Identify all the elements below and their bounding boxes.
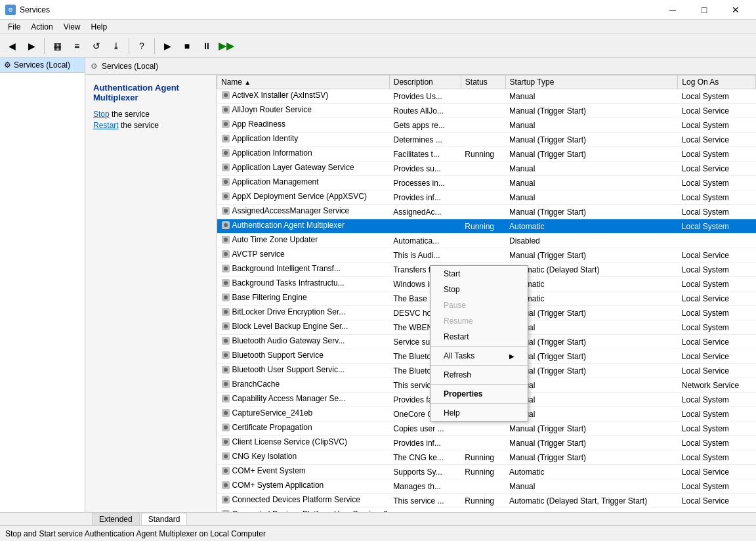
view-icon-button[interactable]: ▦ <box>48 37 66 55</box>
nav-label[interactable]: Services (Local) <box>14 60 70 70</box>
table-row[interactable]: Client License Service (ClipSVC)Provides… <box>217 436 756 450</box>
service-startup: Manual <box>505 190 678 205</box>
close-button[interactable]: ✕ <box>721 0 751 20</box>
table-row[interactable]: AVCTP serviceThis is Audi...Manual (Trig… <box>217 248 756 263</box>
maximize-button[interactable]: □ <box>689 0 719 20</box>
restart-link[interactable]: Restart <box>93 121 119 130</box>
table-row[interactable]: COM+ Event SystemSupports Sy...RunningAu… <box>217 465 756 479</box>
ctx-properties[interactable]: Properties <box>430 386 528 402</box>
window-title: Services <box>20 5 50 14</box>
table-row[interactable]: Connected Devices Platform User Service_… <box>217 508 756 513</box>
service-startup: Manual <box>505 479 678 494</box>
tab-standard[interactable]: Standard <box>141 513 188 525</box>
stop-link[interactable]: Stop <box>93 110 110 119</box>
service-logon: Local System <box>678 479 756 494</box>
col-status[interactable]: Status <box>461 76 505 89</box>
service-status <box>461 205 505 219</box>
minimize-button[interactable]: ─ <box>658 0 688 20</box>
svg-point-47 <box>224 425 228 429</box>
service-startup: Automatic <box>505 508 678 513</box>
col-logon[interactable]: Log On As <box>678 76 756 89</box>
svg-point-39 <box>224 368 228 372</box>
service-logon: Local System <box>678 263 756 277</box>
play-button[interactable]: ▶ <box>158 37 177 55</box>
service-status <box>461 176 505 190</box>
ctx-resume: Resume <box>430 313 528 329</box>
service-name: AssignedAccessManager Service <box>217 205 390 219</box>
table-row[interactable]: AllJoyn Router ServiceRoutes AllJo...Man… <box>217 104 756 118</box>
service-desc: Manages th... <box>389 479 461 494</box>
tab-extended[interactable]: Extended <box>92 513 140 525</box>
left-panel: ⚙ Services (Local) <box>0 58 85 512</box>
service-logon: Local Service <box>678 335 756 349</box>
ctx-stop[interactable]: Stop <box>430 282 528 297</box>
svg-rect-58 <box>222 510 230 512</box>
service-startup: Manual (Trigger Start) <box>505 306 678 320</box>
table-row[interactable]: Certificate PropagationCopies user ...Ma… <box>217 422 756 436</box>
table-row[interactable]: Application IdentityDetermines ...Manual… <box>217 133 756 147</box>
address-label: Services (Local) <box>102 62 158 71</box>
svg-point-25 <box>224 267 228 270</box>
table-row[interactable]: ActiveX Installer (AxInstSV)Provides Us.… <box>217 89 756 104</box>
content-area: Authentication Agent Multiplexer Stop th… <box>85 75 756 512</box>
service-startup: Automatic <box>505 219 678 234</box>
table-row[interactable]: App ReadinessGets apps re...ManualLocal … <box>217 118 756 133</box>
table-row[interactable]: Application Layer Gateway ServiceProvide… <box>217 162 756 176</box>
refresh-button[interactable]: ↺ <box>87 37 106 55</box>
table-row[interactable]: AppX Deployment Service (AppXSVC)Provide… <box>217 190 756 205</box>
help-button[interactable]: ? <box>133 37 151 55</box>
service-status <box>461 89 505 104</box>
table-row[interactable]: Auto Time Zone UpdaterAutomatica...Disab… <box>217 234 756 248</box>
service-name: Application Management <box>217 176 390 190</box>
service-name: CNG Key Isolation <box>217 450 390 465</box>
service-name: Connected Devices Platform Service <box>217 494 390 508</box>
table-row[interactable]: Application ManagementProcesses in...Man… <box>217 176 756 190</box>
back-button[interactable]: ◀ <box>3 37 21 55</box>
ctx-help[interactable]: Help <box>430 405 528 421</box>
forward-button[interactable]: ▶ <box>22 37 41 55</box>
svg-point-35 <box>224 339 228 343</box>
svg-point-7 <box>224 137 228 141</box>
service-status <box>461 190 505 205</box>
col-startup[interactable]: Startup Type <box>505 76 678 89</box>
menu-file[interactable]: File <box>3 21 26 33</box>
service-name: Connected Devices Platform User Service_… <box>217 508 390 513</box>
col-name[interactable]: Name ▲ <box>217 76 390 89</box>
service-name: ActiveX Installer (AxInstSV) <box>217 89 390 104</box>
titlebar: ⚙ Services ─ □ ✕ <box>0 0 756 20</box>
service-desc: Facilitates t... <box>389 147 461 162</box>
ctx-refresh[interactable]: Refresh <box>430 367 528 383</box>
menu-action[interactable]: Action <box>26 21 58 33</box>
svg-point-53 <box>224 469 228 473</box>
service-startup: Manual <box>505 118 678 133</box>
pause-button[interactable]: ⏸ <box>198 37 216 55</box>
service-desc: Routes AllJo... <box>389 104 461 118</box>
table-row[interactable]: Connected Devices Platform ServiceThis s… <box>217 494 756 508</box>
svg-point-55 <box>224 483 228 487</box>
service-logon: Local Service <box>678 104 756 118</box>
table-row[interactable]: Application InformationFacilitates t...R… <box>217 147 756 162</box>
context-menu: Start Stop Pause Resume Restart All Task… <box>430 265 528 422</box>
view-list-button[interactable]: ≡ <box>68 37 86 55</box>
col-desc[interactable]: Description <box>389 76 461 89</box>
service-logon: Local Service <box>678 248 756 263</box>
table-row[interactable]: CNG Key IsolationThe CNG ke...RunningMan… <box>217 450 756 465</box>
stop-button[interactable]: ■ <box>178 37 196 55</box>
service-desc: Determines ... <box>389 133 461 147</box>
nav-icon: ⚙ <box>4 60 11 70</box>
ctx-start[interactable]: Start <box>430 266 528 282</box>
service-logon: Local System <box>678 393 756 407</box>
ctx-restart[interactable]: Restart <box>430 329 528 345</box>
table-row[interactable]: AssignedAccessManager ServiceAssignedAc.… <box>217 205 756 219</box>
svg-point-9 <box>224 151 228 155</box>
service-name: AppX Deployment Service (AppXSVC) <box>217 190 390 205</box>
service-logon <box>678 234 756 248</box>
table-row[interactable]: Authentication Agent MultiplexerRunningA… <box>217 219 756 234</box>
restart-button[interactable]: ▶▶ <box>217 37 236 55</box>
ctx-alltasks[interactable]: All Tasks▶ <box>430 348 528 364</box>
table-row[interactable]: COM+ System ApplicationManages th...Manu… <box>217 479 756 494</box>
service-startup: Manual (Trigger Start) <box>505 248 678 263</box>
export-button[interactable]: ⤓ <box>107 37 125 55</box>
menu-view[interactable]: View <box>58 21 86 33</box>
menu-help[interactable]: Help <box>86 21 113 33</box>
